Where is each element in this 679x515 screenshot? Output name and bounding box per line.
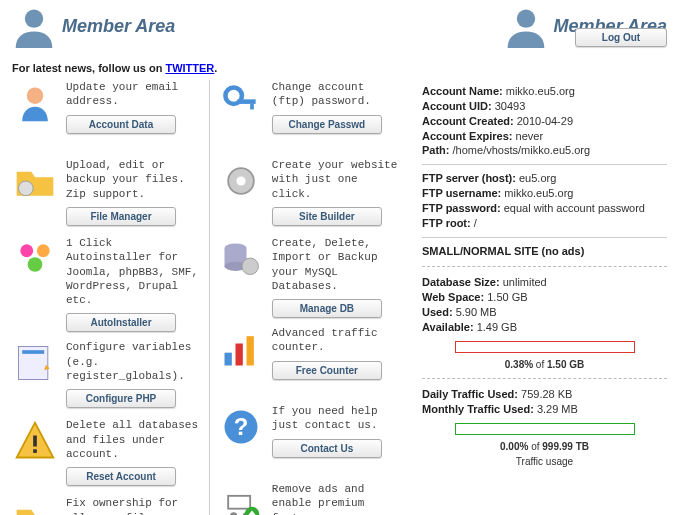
free-counter-button[interactable]: Free Counter <box>272 361 382 380</box>
svg-rect-14 <box>250 104 254 110</box>
svg-point-1 <box>516 10 534 28</box>
change-passwd-button[interactable]: Change Passwd <box>272 115 382 134</box>
folder-gear-icon <box>12 158 58 204</box>
item-desc: Create, Delete, Import or Backup your My… <box>272 236 398 293</box>
item-desc: If you need help just contact us. <box>272 404 398 433</box>
svg-point-5 <box>37 244 50 257</box>
ftp-user-row: FTP username: mikko.eu5.org <box>422 186 667 201</box>
user-icon <box>12 4 56 48</box>
item-desc: Fix ownership for all your files. <box>66 496 201 515</box>
manage-db-button[interactable]: Manage DB <box>272 299 382 318</box>
traffic-caption: Traffic usage <box>422 456 667 467</box>
site-heading: SMALL/NORMAL SITE (no ads) <box>422 244 667 259</box>
help-icon: ? <box>218 404 264 450</box>
webspace-bar-text: 0.38% of 1.50 GB <box>422 359 667 370</box>
account-path-row: Path: /home/vhosts/mikko.eu5.org <box>422 143 667 158</box>
member-area-title-left: Member Area <box>12 4 175 48</box>
configure-php-button[interactable]: Configure PHP <box>66 389 176 408</box>
daily-traffic-row: Daily Traffic Used: 759.28 KB <box>422 387 667 402</box>
svg-point-4 <box>20 244 33 257</box>
item-desc: Change account (ftp) password. <box>272 80 398 109</box>
folder-check-icon <box>12 496 58 515</box>
item-desc: Configure variables (e.g. register_globa… <box>66 340 201 383</box>
bar-chart-icon <box>218 326 264 372</box>
user-avatar-icon <box>12 80 58 126</box>
edit-document-icon <box>12 340 58 386</box>
account-name-row: Account Name: mikko.eu5.org <box>422 84 667 99</box>
traffic-bar <box>455 423 635 435</box>
key-icon <box>218 80 264 126</box>
follow-us-text: For latest news, follow us on TWITTER. <box>12 62 398 74</box>
ftp-pw-row: FTP password: equal with account passwor… <box>422 201 667 216</box>
reset-account-button[interactable]: Reset Account <box>66 467 176 486</box>
webspace-row: Web Space: 1.50 GB <box>422 290 667 305</box>
svg-point-0 <box>25 10 43 28</box>
item-desc: 1 Click Autoinstaller for Joomla, phpBB3… <box>66 236 201 307</box>
svg-rect-22 <box>235 344 242 366</box>
ftp-root-row: FTP root: / <box>422 216 667 231</box>
account-expires-row: Account Expires: never <box>422 129 667 144</box>
column-1: Update your email address.Account Data U… <box>12 80 201 515</box>
traffic-bar-text: 0.00% of 999.99 TB <box>422 441 667 452</box>
available-row: Available: 1.49 GB <box>422 320 667 335</box>
svg-point-3 <box>19 181 34 196</box>
svg-rect-10 <box>33 450 37 454</box>
svg-point-6 <box>28 257 43 272</box>
svg-rect-13 <box>237 99 255 104</box>
item-desc: Upload, edit or backup your files. Zip s… <box>66 158 201 201</box>
account-data-button[interactable]: Account Data <box>66 115 176 134</box>
logout-button[interactable]: Log Out <box>575 28 667 47</box>
monthly-traffic-row: Monthly Traffic Used: 3.29 MB <box>422 402 667 417</box>
ftp-server-row: FTP server (host): eu5.org <box>422 171 667 186</box>
item-desc: Remove ads and enable premium features. <box>272 482 398 515</box>
database-gear-icon <box>218 236 264 282</box>
warning-icon <box>12 418 58 464</box>
svg-point-20 <box>242 258 258 275</box>
item-desc: Create your website with just one click. <box>272 158 398 201</box>
site-builder-button[interactable]: Site Builder <box>272 207 382 226</box>
item-desc: Advanced traffic counter. <box>272 326 398 355</box>
item-desc: Delete all databases and files under acc… <box>66 418 201 461</box>
user-icon <box>504 4 548 48</box>
dbsize-row: Database Size: unlimited <box>422 275 667 290</box>
account-uid-row: Account UID: 30493 <box>422 99 667 114</box>
used-row: Used: 5.90 MB <box>422 305 667 320</box>
gear-icon <box>218 158 264 204</box>
svg-rect-23 <box>246 336 253 365</box>
svg-rect-8 <box>22 351 44 355</box>
twitter-link[interactable]: TWITTER <box>165 62 214 74</box>
account-created-row: Account Created: 2010-04-29 <box>422 114 667 129</box>
svg-rect-21 <box>224 353 231 366</box>
svg-text:?: ? <box>234 413 249 440</box>
people-group-icon <box>12 236 58 282</box>
svg-rect-9 <box>33 436 37 447</box>
file-manager-button[interactable]: File Manager <box>66 207 176 226</box>
cart-upgrade-icon <box>218 482 264 515</box>
svg-point-2 <box>27 87 44 104</box>
item-desc: Update your email address. <box>66 80 201 109</box>
contact-us-button[interactable]: Contact Us <box>272 439 382 458</box>
autoinstaller-button[interactable]: AutoInstaller <box>66 313 176 332</box>
webspace-bar <box>455 341 635 353</box>
svg-point-16 <box>236 176 245 185</box>
column-2: Change account (ftp) password.Change Pas… <box>209 80 398 515</box>
svg-rect-26 <box>228 496 250 509</box>
